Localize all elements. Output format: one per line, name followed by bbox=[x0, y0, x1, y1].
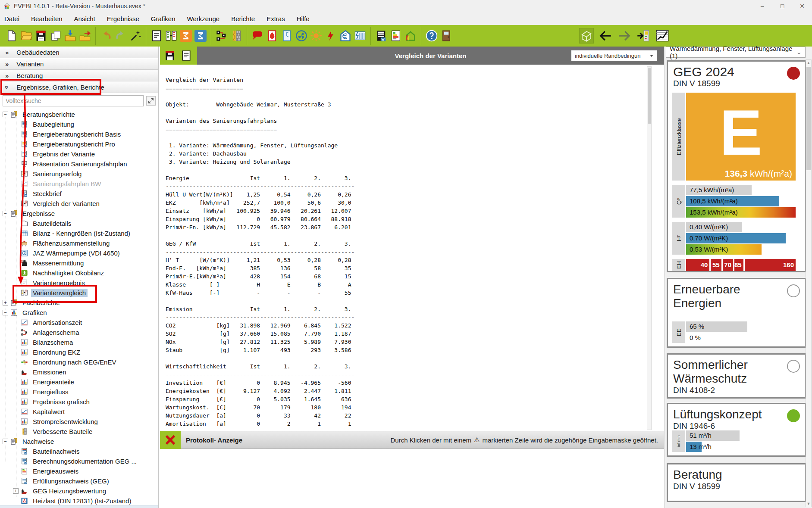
tree-item-ergebnisse-grafisch[interactable]: Ergebnisse grafisch bbox=[0, 397, 157, 407]
panel-scrollbar[interactable]: ▲ ▼ bbox=[806, 59, 812, 507]
tree-item-anlagenschema[interactable]: Anlagenschema bbox=[0, 327, 157, 337]
collapse-icon[interactable]: − bbox=[3, 112, 8, 117]
tree-item-kapitalwert[interactable]: Kapitalwert bbox=[0, 407, 157, 417]
toolbar-button-building-arcs[interactable] bbox=[403, 28, 418, 44]
report-scrollbar[interactable] bbox=[647, 66, 652, 430]
tree-item-bilanzschema[interactable]: Bilanzschema bbox=[0, 337, 157, 347]
close-button[interactable]: ✕ bbox=[792, 0, 812, 12]
toolbar-button-redo[interactable] bbox=[113, 28, 128, 44]
menu-item-datei[interactable]: Datei bbox=[4, 15, 19, 22]
toolbar-button-ventilation-fan[interactable] bbox=[294, 28, 309, 44]
menu-item-grafiken[interactable]: Grafiken bbox=[151, 15, 176, 22]
toolbar-button-import-folder[interactable] bbox=[63, 28, 78, 44]
tree-item-nachweise[interactable]: −Nachweise bbox=[0, 436, 157, 446]
boundary-conditions-dropdown[interactable]: individuelle Randbedingun bbox=[571, 50, 657, 61]
sidebar-section-3[interactable]: »Beratung bbox=[0, 70, 158, 81]
toolbar-button-open-folder[interactable] bbox=[19, 28, 34, 44]
report-toolbar-button-save[interactable] bbox=[164, 50, 176, 61]
menu-item-ansicht[interactable]: Ansicht bbox=[74, 15, 95, 22]
sidebar-scroll-strip[interactable] bbox=[0, 505, 158, 508]
toolbar-button-sum-blue[interactable] bbox=[193, 28, 208, 44]
toolbar-button-house-3d[interactable] bbox=[579, 28, 594, 44]
toolbar-button-compare-report[interactable] bbox=[164, 28, 179, 44]
toolbar-button-door[interactable] bbox=[439, 28, 454, 44]
tree-item-steckbrief[interactable]: Steckbrief bbox=[0, 189, 157, 199]
tree-item-energieberatungsbericht-basis[interactable]: Energieberatungsbericht Basis bbox=[0, 129, 157, 139]
toolbar-button-window[interactable] bbox=[279, 28, 294, 44]
scroll-up-icon[interactable]: ▲ bbox=[806, 60, 811, 66]
toolbar-button-wall-insulation[interactable] bbox=[229, 28, 244, 44]
tree-item-grafiken[interactable]: −Grafiken bbox=[0, 308, 157, 318]
tree-item-bilanz-kenngrö-en-ist-zustand[interactable]: Bilanz - Kenngrößen (Ist-Zustand) bbox=[0, 228, 157, 238]
tree-item-präsentation-sanierungsfahrplan[interactable]: Präsentation Sanierungsfahrplan bbox=[0, 159, 157, 169]
tree-item-nachhaltigkeit-ökobilanz[interactable]: Nachhaltigkeit Ökobilanz bbox=[0, 268, 157, 278]
tree-item-berechnungsdokumentation-geg[interactable]: Berechnungsdokumentation GEG ... bbox=[0, 456, 157, 466]
tree-item-massenermittlung[interactable]: Massenermittlung bbox=[0, 258, 157, 268]
tree-item-vergleich-der-varianten[interactable]: Vergleich der Varianten bbox=[0, 199, 157, 209]
toolbar-button-energy-cost-house[interactable] bbox=[338, 28, 353, 44]
tree-item-sanierungserfolg[interactable]: Sanierungserfolg bbox=[0, 169, 157, 179]
report-toolbar-button-document[interactable] bbox=[181, 50, 192, 61]
tree-item-strompreisentwicklung[interactable]: Strompreisentwicklung bbox=[0, 417, 157, 427]
tree-item-sanierungsfahrplan-bw[interactable]: Sanierungsfahrplan BW bbox=[0, 179, 157, 189]
tree-item-energieanteile[interactable]: Energieanteile bbox=[0, 377, 157, 387]
toolbar-button-sum-orange[interactable] bbox=[179, 28, 193, 44]
expand-search-icon[interactable] bbox=[146, 96, 156, 106]
tree-item-variantenergebnis[interactable]: Variantenergebnis bbox=[0, 278, 157, 288]
tree-item-energiefluss[interactable]: Energiefluss bbox=[0, 387, 157, 397]
collapse-icon[interactable]: − bbox=[3, 310, 8, 315]
fulltext-search-input[interactable] bbox=[3, 95, 144, 106]
toolbar-button-report-doc[interactable] bbox=[149, 28, 164, 44]
menu-item-hilfe[interactable]: Hilfe bbox=[297, 15, 310, 22]
tree-item-einordnung-ekz[interactable]: Einordnung EKZ bbox=[0, 347, 157, 357]
toolbar-button-electricity-bolt[interactable] bbox=[323, 28, 338, 44]
toolbar-button-energy-certificate[interactable] bbox=[389, 28, 403, 44]
toolbar-button-undo[interactable] bbox=[99, 28, 113, 44]
toolbar-button-copy[interactable] bbox=[48, 28, 63, 44]
tree-item-ergebnis-der-variante[interactable]: Ergebnis der Variante bbox=[0, 149, 157, 159]
tree-item-amortisationszeit[interactable]: Amortisationszeit bbox=[0, 318, 157, 327]
scrollbar-thumb[interactable] bbox=[648, 68, 651, 124]
tree-item-fachberichte[interactable]: +Fachberichte bbox=[0, 298, 157, 308]
menu-item-extras[interactable]: Extras bbox=[266, 15, 285, 22]
menu-item-bearbeiten[interactable]: Bearbeiten bbox=[31, 15, 63, 22]
toolbar-button-goto-result[interactable] bbox=[636, 28, 651, 44]
tree-item-baubegleitung[interactable]: Baubegleitung bbox=[0, 119, 157, 129]
tree-item-geg-heizungsbewertung[interactable]: +GEG Heizungsbewertung bbox=[0, 486, 157, 496]
chevron-down-icon[interactable]: ⌄ bbox=[796, 48, 802, 56]
tree-item-variantenvergleich[interactable]: Variantenvergleich bbox=[0, 288, 157, 298]
scrollbar-thumb[interactable] bbox=[806, 67, 811, 170]
tree-item-bauteilnachweis[interactable]: Bauteilnachweis bbox=[0, 446, 157, 456]
toolbar-button-comment[interactable] bbox=[250, 28, 265, 44]
tree-item-flächenzusammenstellung[interactable]: Flächenzusammenstellung bbox=[0, 238, 157, 248]
toolbar-button-radiator[interactable] bbox=[353, 28, 367, 44]
sidebar-section-2[interactable]: »Varianten bbox=[0, 58, 158, 70]
toolbar-button-plant-schema[interactable] bbox=[214, 28, 229, 44]
toolbar-button-nav-forward[interactable] bbox=[617, 28, 632, 44]
tree-item-energieausweis[interactable]: Energieausweis bbox=[0, 466, 157, 476]
toolbar-button-new-file[interactable] bbox=[4, 28, 19, 44]
tree-item-erfüllungsnachweis-geg[interactable]: Erfüllungsnachweis (GEG) bbox=[0, 476, 157, 486]
tree-item-energieberatungsbericht-pro[interactable]: Energieberatungsbericht Pro bbox=[0, 139, 157, 149]
chevron-down-icon[interactable] bbox=[648, 51, 655, 60]
maximize-button[interactable]: □ bbox=[772, 0, 792, 12]
expand-icon[interactable]: + bbox=[3, 300, 8, 305]
menu-item-ergebnisse[interactable]: Ergebnisse bbox=[107, 15, 139, 22]
toolbar-button-save[interactable] bbox=[34, 28, 48, 44]
sidebar-section-1[interactable]: »Gebäudedaten bbox=[0, 47, 158, 58]
menu-item-berichte[interactable]: Berichte bbox=[231, 15, 255, 22]
protocol-close-button[interactable] bbox=[160, 431, 181, 449]
toolbar-button-report-w[interactable] bbox=[374, 28, 389, 44]
expand-icon[interactable]: + bbox=[13, 488, 19, 494]
collapse-icon[interactable]: − bbox=[3, 211, 8, 216]
toolbar-button-help[interactable] bbox=[424, 28, 439, 44]
tree-item-einordnung-nach-geg-enev[interactable]: Einordnung nach GEG/EnEV bbox=[0, 357, 157, 367]
tree-item-heizlast-din-12831-ist-zustand[interactable]: Heizlast (DIN 12831) (Ist-Zustand) bbox=[0, 496, 157, 505]
tree-item-jaz-wärmepumpe-vdi-4650[interactable]: JAZ Wärmepumpe (VDI 4650) bbox=[0, 248, 157, 258]
toolbar-button-export-folder[interactable] bbox=[78, 28, 92, 44]
variant-selector-dropdown[interactable]: Wärmedämmung, Fenster, Lüftungsanlage (1… bbox=[666, 47, 806, 58]
tree-item-bauteildetails[interactable]: Bauteildetails bbox=[0, 218, 157, 228]
toolbar-button-diagram[interactable] bbox=[655, 28, 670, 44]
tree-item-beratungsberichte[interactable]: −Beratungsberichte bbox=[0, 109, 157, 119]
toolbar-button-magic-wand[interactable] bbox=[128, 28, 143, 44]
